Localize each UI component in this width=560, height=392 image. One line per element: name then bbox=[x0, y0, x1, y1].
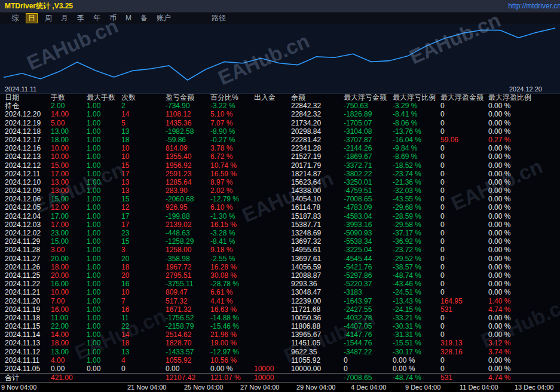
table-cell: 0.00 % bbox=[484, 212, 560, 220]
table-row[interactable]: 2024.12.0317.001.00172139.0216.15 %15387… bbox=[0, 220, 560, 229]
toolbar-item-9[interactable]: 备 bbox=[139, 14, 149, 23]
table-cell: 16.63 % bbox=[206, 305, 249, 314]
table-cell: 12.00 bbox=[46, 203, 82, 212]
table-row[interactable]: 2024.11.050.000.0000.000.00 %1000010000.… bbox=[0, 365, 560, 373]
table-row[interactable]: 2024.11.1522.001.0022-2158.79-15.46 %118… bbox=[0, 322, 560, 330]
table-row[interactable]: 2024.12.1718.001.0018-59.86-0.27 %22281.… bbox=[0, 136, 560, 144]
table-cell: 22341.28 bbox=[286, 144, 339, 152]
table-row[interactable]: 2024.11.1213.001.0013-1433.57-12.97 %962… bbox=[0, 348, 560, 356]
table-row[interactable]: 2024.11.1811.001.0011-1756.52-14.88 %100… bbox=[0, 314, 560, 322]
table-cell: 1.00 bbox=[82, 229, 117, 237]
table-cell: -5220.37 bbox=[339, 280, 388, 288]
table-cell: -3707.87 bbox=[339, 136, 388, 144]
table-cell: -16.04 % bbox=[388, 136, 436, 144]
table-row[interactable]: 2024.12.2014.001.00141108.125.10 %22842.… bbox=[0, 110, 560, 118]
table-row[interactable]: 2024.11.2110.001.0010809.476.61 %13048.4… bbox=[0, 288, 560, 296]
column-header: 最大浮亏比例 bbox=[388, 93, 436, 102]
table-cell: 3.74 % bbox=[484, 348, 560, 356]
table-row[interactable]: 2024.11.2618.001.00181967.7216.28 %14056… bbox=[0, 263, 560, 271]
table-cell: 2024.12.17 bbox=[0, 136, 46, 144]
table-row[interactable]: 2024.12.0615.001.0015-2060.68-12.79 %140… bbox=[0, 195, 560, 203]
table-row[interactable]: 2024.11.1414.001.00142514.6221.96 %13965… bbox=[0, 330, 560, 339]
table-row[interactable]: 2024.12.0512.001.0012926.956.10 %16114.7… bbox=[0, 203, 560, 212]
toolbar-item-2[interactable]: 日 bbox=[26, 13, 38, 23]
path-button[interactable]: 路径 bbox=[212, 13, 226, 23]
table-cell: -3.28 % bbox=[206, 229, 249, 237]
table-cell: -1643.97 bbox=[339, 297, 388, 305]
table-cell: -2144.26 bbox=[339, 144, 388, 152]
table-cell: 20 bbox=[117, 255, 161, 263]
table-row[interactable]: 2024.11.2216.001.0016-3755.11-28.78 %929… bbox=[0, 280, 560, 288]
table-cell: 2024.11.28 bbox=[0, 246, 46, 254]
table-cell: 1.00 bbox=[82, 178, 117, 186]
table-row[interactable]: 2024.11.2720.001.0020-358.98-2.55 %13697… bbox=[0, 255, 560, 263]
table-cell: -30.17 % bbox=[388, 348, 436, 356]
table-cell: 5.00 bbox=[46, 119, 82, 127]
table-cell: 16.00 bbox=[46, 280, 82, 288]
table-cell: -43.55 % bbox=[388, 195, 436, 203]
table-cell: 2024.12.16 bbox=[0, 144, 46, 152]
toolbar-item-8[interactable]: M bbox=[124, 14, 133, 23]
table-row[interactable]: 2024.12.1610.001.0010814.093.78 %22341.2… bbox=[0, 144, 560, 152]
toolbar-item-10[interactable]: 账户 bbox=[155, 14, 173, 23]
table-cell: 11451.05 bbox=[286, 339, 339, 347]
table-cell: 1355.40 bbox=[161, 152, 206, 161]
table-row[interactable]: 2024.12.0417.001.0017-199.88-1.30 %15187… bbox=[0, 212, 560, 220]
table-cell: -43.46 % bbox=[388, 280, 436, 288]
table-row[interactable]: 2024.11.2520.001.00202795.5130.08 %12088… bbox=[0, 271, 560, 280]
table-row[interactable]: 2024.12.0223.001.0023-448.63-3.28 %13248… bbox=[0, 229, 560, 237]
table-cell: 2024.11.15 bbox=[0, 322, 46, 330]
table-row[interactable]: 2024.11.1318.001.00181828.7019.00 %11451… bbox=[0, 339, 560, 347]
table-row[interactable]: 2024.11.114.001.0041055.9210.56 %11055.9… bbox=[0, 356, 560, 365]
column-header: 百分比% bbox=[206, 93, 249, 102]
table-cell: 1.00 bbox=[82, 170, 117, 178]
table-cell: 0 bbox=[436, 195, 484, 203]
axis-label: 9 Dec 04:00 bbox=[405, 384, 440, 391]
toolbar-item-7[interactable]: 币 bbox=[108, 14, 118, 23]
table-cell: 531 bbox=[436, 305, 484, 314]
table-cell: 0.00 % bbox=[484, 280, 560, 288]
table-cell: 0 bbox=[436, 255, 484, 263]
total-row[interactable]: 合计421.0012107.42121.07 %10000-7008.65-48… bbox=[0, 373, 560, 382]
table-cell: 0.00 % bbox=[484, 356, 560, 365]
time-axis: 9 Nov 04:0021 Nov 04:0025 Nov 04:0027 No… bbox=[0, 382, 560, 392]
table-cell: 13697.32 bbox=[286, 237, 339, 246]
table-row[interactable]: 2024.11.207.001.007517.324.41 %12239.00-… bbox=[0, 297, 560, 305]
table-cell: 18.00 bbox=[46, 339, 82, 347]
table-row[interactable]: 持仓2.001.002-734.90-3.22 %22842.32-750.63… bbox=[0, 102, 560, 110]
table-cell: -5421.76 bbox=[339, 263, 388, 271]
table-row[interactable]: 2024.12.0913.001.0013283.902.02 %14338.0… bbox=[0, 186, 560, 195]
toolbar-item-1[interactable]: 综 bbox=[10, 14, 20, 23]
table-cell: 11721.68 bbox=[286, 305, 339, 314]
table-row[interactable]: 2024.11.2915.001.0015-1258.29-8.41 %1369… bbox=[0, 237, 560, 246]
table-row[interactable]: 2024.12.1013.001.00131285.648.97 %15623.… bbox=[0, 178, 560, 186]
table-cell: -12.79 % bbox=[206, 195, 249, 203]
toolbar-item-4[interactable]: 月 bbox=[59, 14, 70, 23]
table-cell: 0 bbox=[436, 212, 484, 220]
table-row[interactable]: 2024.12.1813.001.0013-1982.58-8.90 %2029… bbox=[0, 127, 560, 136]
table-cell: -1258.29 bbox=[161, 237, 206, 246]
app-url-link[interactable]: http://mtdriver.cn bbox=[508, 2, 560, 10]
axis-label: 9 Nov 04:00 bbox=[1, 384, 36, 391]
balance-line bbox=[4, 28, 555, 80]
table-row[interactable]: 2024.12.1117.001.00172591.2316.59 %18214… bbox=[0, 170, 560, 178]
toolbar-item-5[interactable]: 季 bbox=[75, 14, 86, 23]
table-cell bbox=[249, 297, 286, 305]
table-cell bbox=[249, 102, 286, 110]
table-row[interactable]: 2024.12.1310.001.00101355.406.72 %21527.… bbox=[0, 152, 560, 161]
table-cell bbox=[249, 152, 286, 161]
table-row[interactable]: 2024.11.283.001.0031258.009.18 %14955.61… bbox=[0, 246, 560, 254]
table-cell: -48.74 % bbox=[388, 271, 436, 280]
toolbar-item-3[interactable]: 周 bbox=[43, 14, 54, 23]
table-cell: -1826.89 bbox=[339, 110, 388, 118]
table-cell: 13248.69 bbox=[286, 229, 339, 237]
toolbar-item-6[interactable]: 年 bbox=[91, 14, 102, 23]
table-cell: -4147.76 bbox=[339, 330, 388, 339]
table-cell: 517.32 bbox=[161, 297, 206, 305]
table-cell: 0.00 % bbox=[388, 356, 436, 365]
column-header: 最大浮亏金额 bbox=[339, 93, 388, 102]
table-row[interactable]: 2024.11.1916.001.00161671.3216.63 %11721… bbox=[0, 305, 560, 314]
table-cell: 0.00 % bbox=[484, 110, 560, 118]
table-row[interactable]: 2024.12.195.001.0051435.367.07 %21734.20… bbox=[0, 119, 560, 127]
table-row[interactable]: 2024.12.1215.001.00151956.9210.74 %20171… bbox=[0, 161, 560, 170]
